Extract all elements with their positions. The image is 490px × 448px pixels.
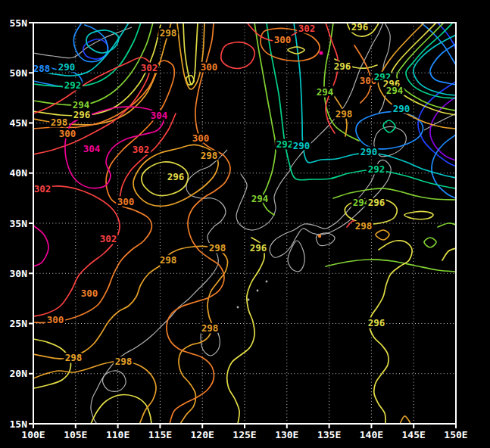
contour-label-304: 304 xyxy=(83,143,101,154)
y-axis-label: 45N xyxy=(10,117,28,129)
contour-label-300: 300 xyxy=(81,288,98,299)
contour-label-292: 292 xyxy=(276,138,294,150)
island-dot xyxy=(266,281,268,283)
contour-label-290: 290 xyxy=(360,146,378,157)
contour-label-298: 298 xyxy=(201,150,218,161)
contour-label-302: 302 xyxy=(100,233,117,244)
contour-label-298: 298 xyxy=(65,352,83,363)
contour-plot-window: 2882902922942962983003022983003003022962… xyxy=(0,0,490,448)
x-axis-label: 140E xyxy=(360,429,383,440)
contour-label-298: 298 xyxy=(209,242,226,254)
contour-spot-304 xyxy=(320,51,323,55)
island-dot xyxy=(248,299,250,301)
contour-spot-300 xyxy=(318,235,321,238)
contour-label-300: 300 xyxy=(47,314,64,325)
contour-label-296: 296 xyxy=(167,171,185,182)
contour-label-296: 296 xyxy=(368,317,385,328)
contour-label-290: 290 xyxy=(393,103,410,114)
y-axis-label: 55N xyxy=(10,17,28,29)
contour-label-294: 294 xyxy=(317,86,334,98)
contour-label-292: 292 xyxy=(368,163,385,175)
contour-label-296: 296 xyxy=(250,242,267,254)
y-axis-label: 20N xyxy=(10,368,28,379)
contour-plot: 2882902922942962983003022983003003022962… xyxy=(0,0,490,448)
contour-label-300: 300 xyxy=(117,196,135,207)
contour-label-292: 292 xyxy=(64,79,82,91)
x-axis-label: 110E xyxy=(106,429,130,440)
contour-label-302: 302 xyxy=(298,23,316,34)
y-axis-label: 50N xyxy=(10,67,28,79)
contour-label-300: 300 xyxy=(59,128,76,139)
x-axis-label: 150E xyxy=(444,429,467,440)
contour-label-300: 300 xyxy=(192,132,210,144)
y-axis-label: 25N xyxy=(10,318,28,329)
contour-label-296: 296 xyxy=(73,109,91,120)
contour-label-302: 302 xyxy=(34,183,51,194)
x-axis-label: 130E xyxy=(275,429,298,440)
contour-label-302: 302 xyxy=(141,62,158,73)
island-dot xyxy=(257,290,259,292)
x-axis-label: 115E xyxy=(148,429,172,440)
contour-label-294: 294 xyxy=(386,85,404,96)
y-axis-label: 30N xyxy=(10,268,28,279)
contour-label-298: 298 xyxy=(160,254,177,266)
island-dot xyxy=(237,306,239,309)
contour-label-290: 290 xyxy=(58,61,76,73)
contour-label-298: 298 xyxy=(51,117,68,128)
contour-label-296: 296 xyxy=(368,197,385,208)
contour-label-298: 298 xyxy=(355,220,373,232)
contour-label-302: 302 xyxy=(133,144,150,155)
contour-label-294: 294 xyxy=(251,193,269,204)
contour-label-288: 288 xyxy=(33,63,51,74)
contour-label-296: 296 xyxy=(334,61,351,72)
contour-label-298: 298 xyxy=(115,356,133,367)
x-axis-label: 120E xyxy=(191,429,214,440)
contour-label-300: 300 xyxy=(274,34,292,45)
x-axis-label: 105E xyxy=(64,429,87,440)
contour-label-304: 304 xyxy=(151,110,168,121)
x-axis-label: 135E xyxy=(317,429,341,440)
contour-label-298: 298 xyxy=(201,322,219,334)
contour-label-290: 290 xyxy=(293,140,311,151)
y-axis-label: 40N xyxy=(10,167,28,179)
contour-label-300: 300 xyxy=(201,61,218,73)
x-axis-label: 125E xyxy=(233,429,256,440)
x-axis-label: 145E xyxy=(402,429,426,440)
y-axis-label: 35N xyxy=(10,218,28,229)
contour-label-298: 298 xyxy=(160,27,177,39)
y-axis-label: 15N xyxy=(10,418,28,430)
x-axis-label: 100E xyxy=(21,429,45,440)
contour-label-298: 298 xyxy=(336,108,353,120)
